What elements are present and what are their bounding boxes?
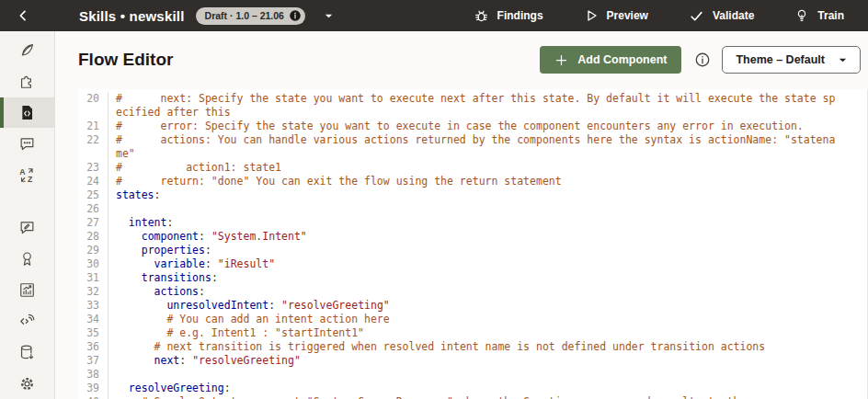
findings-button[interactable]: Findings [474, 8, 543, 24]
line-number: 26 [78, 202, 108, 216]
code-line: next: "resolveGreeting" [108, 354, 867, 368]
code-line: # next transition is triggered when reso… [108, 340, 867, 354]
code-line [108, 368, 867, 382]
code-row[interactable]: 40 # Sample Output component "System.Com… [78, 395, 867, 399]
line-number: 28 [78, 230, 108, 244]
code-line: intent: [108, 216, 867, 230]
code-row[interactable]: 25states: [78, 188, 867, 202]
yaml-code-editor[interactable]: 20# next: Specify the state you want to … [78, 89, 868, 399]
findings-label: Findings [497, 9, 543, 22]
code-row[interactable]: 37 next: "resolveGreeting" [78, 354, 867, 368]
svg-text:A: A [19, 166, 26, 176]
code-line: # You can add an intent action here [108, 313, 867, 326]
chevron-left-icon [16, 8, 30, 23]
theme-dropdown[interactable]: Theme – Default [722, 46, 861, 74]
code-row[interactable]: 23# action1: state1 [78, 161, 867, 175]
code-line: states: [108, 188, 867, 202]
code-line: component: "System.Intent" [108, 230, 867, 244]
line-number: 20 [78, 92, 108, 106]
page-title: Flow Editor [78, 50, 173, 70]
bulb-icon [794, 8, 809, 23]
sidebar-item-chat[interactable] [0, 128, 54, 159]
sidebar-item-settings[interactable] [0, 368, 54, 399]
sidebar-item-annotate[interactable] [0, 212, 54, 244]
code-rows: 20# next: Specify the state you want to … [78, 92, 867, 399]
code-line [108, 202, 867, 216]
sidebar-item-data[interactable] [0, 336, 54, 368]
code-row[interactable]: 38 [78, 368, 867, 382]
chat-edit-icon [18, 219, 36, 236]
line-number: 39 [78, 382, 108, 395]
sidebar-item-quill[interactable] [0, 35, 54, 66]
sidebar-item-quality[interactable] [0, 244, 54, 275]
code-line: resolveGreeting: [108, 382, 867, 395]
code-line: me" [108, 147, 867, 161]
code-row[interactable]: 24# return: "done" You can exit the flow… [78, 175, 867, 188]
line-number [78, 147, 108, 161]
puzzle-icon [18, 73, 36, 90]
header-actions: Add Component Theme – Default [540, 46, 861, 74]
code-row[interactable]: 36 # next transition is triggered when r… [78, 340, 867, 354]
info-icon[interactable] [289, 9, 302, 22]
left-sidebar: A Z [0, 31, 55, 399]
code-row[interactable]: 20# next: Specify the state you want to … [78, 92, 867, 106]
topbar: Skills • newskill Draft · 1.0 – 21.06 Fi… [0, 0, 868, 31]
caret-down-icon [324, 11, 334, 21]
preview-button[interactable]: Preview [584, 8, 648, 23]
version-badge[interactable]: Draft · 1.0 – 21.06 [196, 7, 305, 25]
code-row[interactable]: 31 transitions: [78, 271, 867, 285]
sidebar-item-translate[interactable]: A Z [0, 159, 54, 190]
validate-label: Validate [713, 9, 754, 22]
code-line: transitions: [108, 271, 867, 285]
quill-icon [18, 41, 36, 59]
preview-label: Preview [607, 9, 648, 22]
add-component-label: Add Component [577, 53, 667, 66]
main-header: Flow Editor Add Component Theme – Defaul… [55, 31, 868, 89]
main-area: Flow Editor Add Component Theme – Defaul… [55, 31, 868, 399]
train-button[interactable]: Train [794, 8, 844, 23]
code-row[interactable]: 32 actions: [78, 285, 867, 299]
code-row[interactable]: 39 resolveGreeting: [78, 382, 867, 395]
theme-info-button[interactable] [694, 51, 711, 68]
code-signal-icon [18, 313, 36, 330]
back-button[interactable] [15, 7, 31, 24]
flow-code-icon [18, 104, 36, 121]
version-badge-label: Draft · 1.0 – 21.06 [205, 10, 284, 21]
line-number: 30 [78, 257, 108, 271]
play-icon [584, 8, 599, 23]
line-number: 32 [78, 285, 108, 299]
sidebar-item-flows[interactable] [0, 97, 54, 129]
validate-button[interactable]: Validate [689, 8, 754, 24]
code-row[interactable]: 26 [78, 202, 867, 216]
code-row[interactable]: 33 unresolvedIntent: "resolveGreeting" [78, 299, 867, 313]
skill-menu-caret[interactable] [324, 11, 334, 21]
chat-dots-icon [18, 135, 36, 153]
sidebar-item-channels[interactable] [0, 306, 54, 337]
theme-dropdown-label: Theme – Default [736, 53, 825, 66]
code-row[interactable]: me" [78, 147, 867, 161]
code-line: # Sample Output component "System.Common… [108, 395, 867, 399]
line-number [78, 106, 108, 120]
sidebar-item-insights[interactable] [0, 275, 54, 306]
code-line: # return: "done" You can exit the flow u… [108, 175, 867, 188]
code-row[interactable]: 29 properties: [78, 244, 867, 257]
translate-icon: A Z [18, 166, 36, 184]
chart-icon [18, 281, 36, 299]
line-number: 27 [78, 216, 108, 230]
code-row[interactable]: 21# error: Specify the state you want to… [78, 120, 867, 133]
line-number: 37 [78, 354, 108, 368]
code-row[interactable]: 30 variable: "iResult" [78, 257, 867, 271]
code-row[interactable]: 22# actions: You can handle various acti… [78, 133, 867, 147]
code-row[interactable]: 27 intent: [78, 216, 867, 230]
line-number: 33 [78, 299, 108, 313]
code-row[interactable]: ecified after this [78, 106, 867, 120]
code-row[interactable]: 28 component: "System.Intent" [78, 230, 867, 244]
code-row[interactable]: 34 # You can add an intent action here [78, 313, 867, 326]
sidebar-item-puzzle[interactable] [0, 66, 54, 97]
add-component-button[interactable]: Add Component [540, 46, 681, 74]
line-number: 40 [78, 395, 108, 399]
code-row[interactable]: 35 # e.g. Intent1 : "startIntent1" [78, 326, 867, 340]
line-number: 38 [78, 368, 108, 382]
line-number: 22 [78, 133, 108, 147]
line-number: 21 [78, 120, 108, 133]
